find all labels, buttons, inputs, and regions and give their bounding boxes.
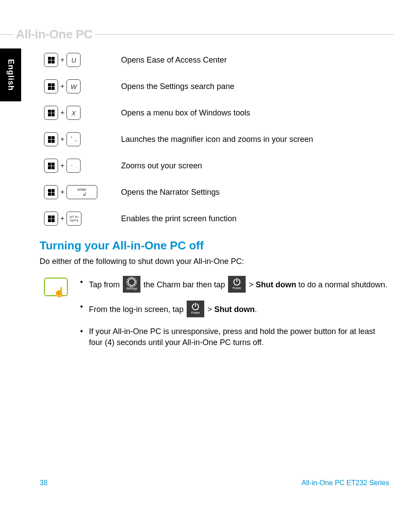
shortcut-description: Opens a menu box of Windows tools [121, 108, 250, 118]
plus-icon: + [60, 188, 64, 196]
shortcut-row: + U Opens Ease of Access Center [44, 53, 389, 67]
windows-key-icon [44, 159, 58, 173]
shortcut-row: + enter↲ Opens the Narrator Settings [44, 185, 389, 199]
key-w: W [66, 79, 81, 93]
windows-key-icon [44, 53, 58, 67]
windows-key-icon [44, 212, 58, 226]
section-heading: Turning your All-in-One PC off [40, 239, 389, 253]
windows-key-icon [44, 79, 58, 93]
shortcut-row: + W Opens the Settings search pane [44, 79, 389, 93]
section-intro: Do either of the following to shut down … [40, 257, 389, 266]
shortcut-description: Opens the Narrator Settings [121, 188, 220, 197]
page-footer: 38 All-in-One PC ET232 Series [40, 479, 389, 487]
power-tile-icon: Power [187, 301, 204, 317]
key-u: U [66, 53, 81, 67]
plus-icon: + [60, 215, 64, 223]
shortcut-description: Enables the print screen function [121, 214, 236, 223]
shortcut-row: + _ - Zooms out your screen [44, 159, 389, 173]
plus-icon: + [60, 56, 64, 64]
touch-tablet-icon: ☝ [44, 278, 68, 296]
shortcut-description: Launches the magnifier icon and zooms in… [121, 135, 313, 144]
key-minus: _ - [66, 159, 81, 173]
plus-icon: + [60, 109, 64, 117]
key-plus-equals: + = [66, 132, 81, 146]
plus-icon: + [60, 135, 64, 143]
key-x: X [66, 106, 81, 120]
touch-instructions: ☝ Tap from Settings the Charm bar then t… [44, 277, 389, 356]
list-item: From the log-in screen, tap Power > Shut… [77, 301, 389, 318]
windows-key-icon [44, 106, 58, 120]
shortcut-row: + prt scsysrq Enables the print screen f… [44, 212, 389, 226]
page-header-title: All-in-One PC [13, 27, 95, 41]
list-item: If your All-in-One PC is unresponsive, p… [77, 326, 389, 348]
shortcut-description: Opens the Settings search pane [121, 82, 234, 91]
power-tile-icon: Power [228, 276, 246, 293]
header-rule: All-in-One PC [0, 27, 394, 41]
list-item: Tap from Settings the Charm bar then tap… [77, 277, 389, 294]
shortcut-row: + X Opens a menu box of Windows tools [44, 106, 389, 120]
key-printscreen: prt scsysrq [66, 212, 81, 226]
plus-icon: + [60, 82, 64, 90]
windows-key-icon [44, 132, 58, 146]
settings-tile-icon: Settings [123, 276, 140, 293]
plus-icon: + [60, 162, 64, 170]
key-enter: enter↲ [66, 185, 97, 199]
language-tab: English [0, 48, 21, 101]
shortcut-description: Zooms out your screen [121, 161, 202, 171]
page-number: 38 [40, 479, 48, 487]
model-label: All-in-One PC ET232 Series [302, 479, 389, 487]
shortcut-row: + + = Launches the magnifier icon and zo… [44, 132, 389, 146]
windows-key-icon [44, 185, 58, 199]
language-label: English [6, 59, 15, 91]
shortcut-description: Opens Ease of Access Center [121, 56, 227, 65]
hand-pointer-icon: ☝ [53, 286, 65, 298]
